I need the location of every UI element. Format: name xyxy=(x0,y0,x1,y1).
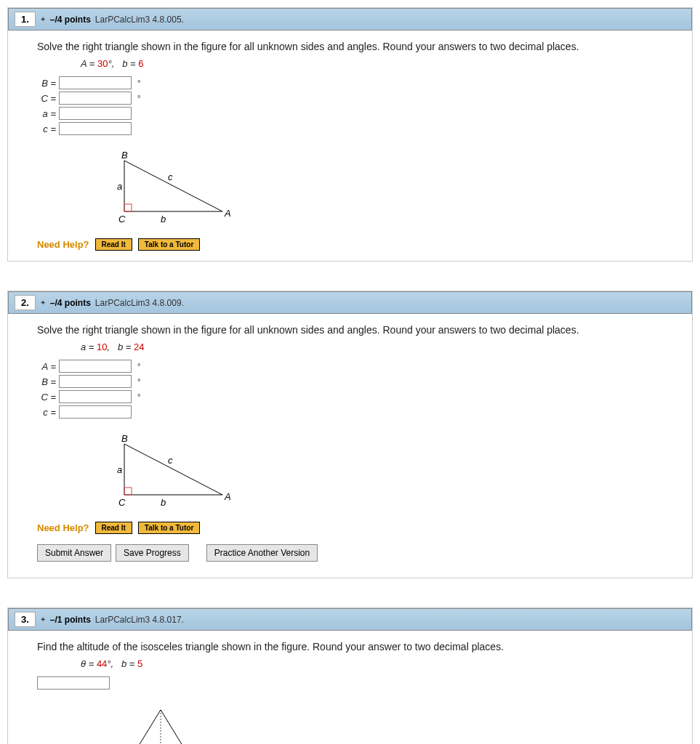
question-body: Solve the right triangle shown in the fi… xyxy=(8,31,692,261)
answer-row-c: c = xyxy=(37,122,677,135)
question-header: 3. ✦ –/1 points LarPCalcLim3 4.8.017. xyxy=(8,608,692,631)
svg-rect-9 xyxy=(124,488,132,495)
question-2: 2. ✦ –/4 points LarPCalcLim3 4.8.009. So… xyxy=(7,291,693,578)
expand-icon[interactable]: ✦ xyxy=(40,615,46,623)
answer-row-B: B = ° xyxy=(37,76,677,89)
talk-tutor-button[interactable]: Talk to a Tutor xyxy=(138,522,200,534)
answer-row-B: B = ° xyxy=(37,375,677,388)
question-number: 3. xyxy=(15,612,36,627)
triangle-figure: B a c C b A xyxy=(117,150,677,230)
points-label: –/4 points xyxy=(50,15,91,25)
svg-text:A: A xyxy=(224,208,231,219)
question-header: 1. ✦ –/4 points LarPCalcLim3 4.8.005. xyxy=(8,8,692,31)
svg-marker-8 xyxy=(124,444,222,495)
given-values: A = 30°, b = 6 xyxy=(81,58,677,69)
need-help-bar: Need Help? Read It Talk to a Tutor xyxy=(37,238,677,251)
need-help-label: Need Help? xyxy=(37,239,89,250)
triangle-figure: B a c C b A xyxy=(117,433,677,513)
question-number: 2. xyxy=(15,295,36,310)
book-reference: LarPCalcLim3 4.8.017. xyxy=(95,615,184,625)
answer-input-altitude[interactable] xyxy=(37,676,110,690)
need-help-bar: Need Help? Read It Talk to a Tutor xyxy=(37,522,677,534)
read-it-button[interactable]: Read It xyxy=(95,522,132,534)
answer-row-c: c = xyxy=(37,405,677,418)
svg-marker-0 xyxy=(124,161,222,211)
svg-rect-1 xyxy=(124,204,132,211)
answer-input-c[interactable] xyxy=(59,405,132,418)
answer-input-C[interactable] xyxy=(59,92,132,105)
practice-another-button[interactable]: Practice Another Version xyxy=(206,544,318,562)
expand-icon[interactable]: ✦ xyxy=(40,299,46,307)
svg-text:b: b xyxy=(161,497,166,508)
submit-answer-button[interactable]: Submit Answer xyxy=(37,544,111,562)
book-reference: LarPCalcLim3 4.8.009. xyxy=(95,298,184,308)
answer-row-A: A = ° xyxy=(37,360,677,373)
points-label: –/1 points xyxy=(50,615,91,625)
given-values: a = 10, b = 24 xyxy=(81,341,677,352)
answer-input-A[interactable] xyxy=(59,360,132,373)
svg-text:C: C xyxy=(118,214,126,225)
svg-text:a: a xyxy=(117,181,122,192)
svg-text:c: c xyxy=(168,455,173,466)
need-help-label: Need Help? xyxy=(37,522,89,533)
svg-text:B: B xyxy=(121,150,128,161)
answer-input-C[interactable] xyxy=(59,390,132,403)
expand-icon[interactable]: ✦ xyxy=(40,15,46,23)
right-triangle-svg: B a c C b A xyxy=(117,433,233,513)
answer-row-C: C = ° xyxy=(37,92,677,105)
answer-row-a: a = xyxy=(37,107,677,120)
isosceles-figure: θ θ b xyxy=(124,704,677,744)
answer-row-C: C = ° xyxy=(37,390,677,403)
answer-input-B[interactable] xyxy=(59,375,132,388)
action-bar: Submit Answer Save Progress Practice Ano… xyxy=(37,544,677,562)
question-prompt: Find the altitude of the isosceles trian… xyxy=(37,641,677,652)
save-progress-button[interactable]: Save Progress xyxy=(116,544,189,562)
question-prompt: Solve the right triangle shown in the fi… xyxy=(37,41,677,52)
talk-tutor-button[interactable]: Talk to a Tutor xyxy=(138,238,200,251)
answer-row-altitude xyxy=(37,676,677,690)
svg-text:a: a xyxy=(117,464,122,475)
isosceles-triangle-svg: θ θ b xyxy=(124,704,197,744)
points-label: –/4 points xyxy=(50,298,91,308)
right-triangle-svg: B a c C b A xyxy=(117,150,233,230)
given-values: θ = 44°, b = 5 xyxy=(81,658,677,669)
question-body: Find the altitude of the isosceles trian… xyxy=(8,631,692,744)
svg-text:A: A xyxy=(224,491,231,502)
question-body: Solve the right triangle shown in the fi… xyxy=(8,314,692,578)
read-it-button[interactable]: Read It xyxy=(95,238,132,251)
answer-input-a[interactable] xyxy=(59,107,132,120)
svg-text:C: C xyxy=(118,497,126,508)
answer-input-B[interactable] xyxy=(59,76,132,89)
question-number: 1. xyxy=(15,12,36,27)
svg-text:c: c xyxy=(168,171,173,182)
question-1: 1. ✦ –/4 points LarPCalcLim3 4.8.005. So… xyxy=(7,7,693,262)
svg-text:B: B xyxy=(121,433,128,444)
book-reference: LarPCalcLim3 4.8.005. xyxy=(95,15,184,25)
question-prompt: Solve the right triangle shown in the fi… xyxy=(37,324,677,336)
answer-input-c[interactable] xyxy=(59,122,132,135)
question-header: 2. ✦ –/4 points LarPCalcLim3 4.8.009. xyxy=(8,291,692,314)
svg-text:b: b xyxy=(161,214,166,225)
svg-marker-16 xyxy=(133,710,188,744)
question-3: 3. ✦ –/1 points LarPCalcLim3 4.8.017. Fi… xyxy=(7,607,693,744)
